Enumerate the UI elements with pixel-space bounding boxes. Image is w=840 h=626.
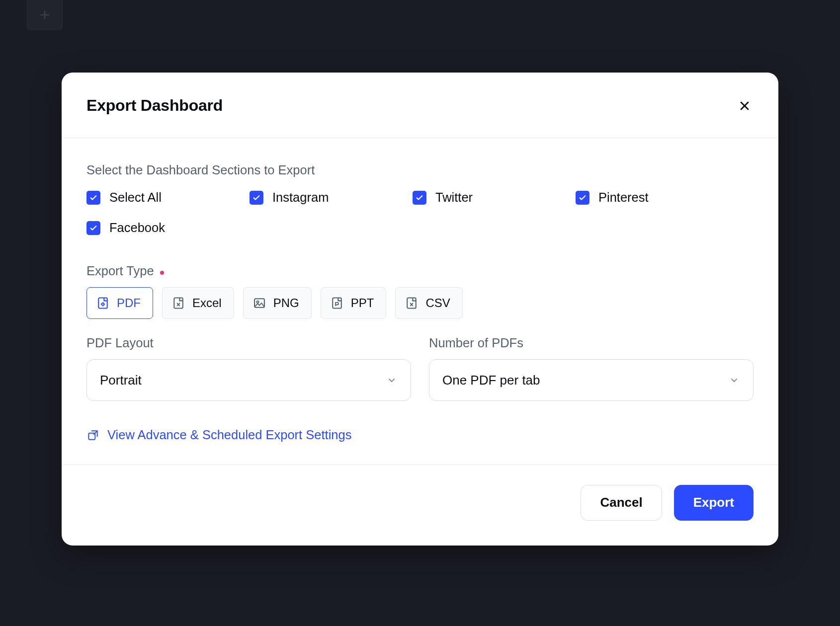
checkbox-box[interactable] (576, 191, 589, 205)
export-dashboard-modal: Export Dashboard Select the Dashboard Se… (62, 73, 778, 546)
chip-label: PDF (117, 296, 141, 310)
required-indicator-icon (160, 271, 164, 275)
check-icon (89, 193, 98, 202)
export-type-options: PDF Excel PNG (86, 287, 754, 319)
select-value: Portrait (100, 373, 142, 388)
export-button[interactable]: Export (674, 485, 754, 521)
svg-rect-2 (174, 298, 183, 309)
checkbox-box[interactable] (250, 191, 263, 205)
pdf-layout-select[interactable]: Portrait (86, 359, 411, 401)
file-csv-icon (405, 296, 419, 310)
add-tab-button[interactable] (27, 0, 63, 30)
advanced-link-text: View Advance & Scheduled Export Settings (107, 428, 351, 442)
checkbox-label: Pinterest (598, 190, 649, 205)
modal-title: Export Dashboard (86, 96, 223, 115)
export-type-ppt[interactable]: PPT (321, 287, 387, 319)
checkbox-box[interactable] (86, 191, 100, 205)
file-pdf-icon (96, 296, 110, 310)
modal-body: Select the Dashboard Sections to Export … (62, 138, 778, 465)
checkbox-pinterest[interactable]: Pinterest (576, 190, 754, 205)
checkbox-select-all[interactable]: Select All (86, 190, 250, 205)
checkbox-label: Select All (109, 190, 162, 205)
export-type-png[interactable]: PNG (243, 287, 312, 319)
export-type-section: Export Type PDF (86, 264, 754, 319)
num-pdfs-label: Number of PDFs (429, 336, 754, 350)
chip-label: PPT (351, 296, 374, 310)
layout-row: PDF Layout Portrait Number of PDFs One P… (86, 336, 754, 401)
checkbox-label: Facebook (109, 221, 165, 235)
checkbox-label: Twitter (435, 190, 473, 205)
check-icon (415, 193, 424, 202)
num-pdfs-select[interactable]: One PDF per tab (429, 359, 754, 401)
export-type-label: Export Type (86, 264, 154, 278)
sections-label: Select the Dashboard Sections to Export (86, 163, 754, 177)
checkbox-label: Instagram (272, 190, 329, 205)
chip-label: Excel (192, 296, 222, 310)
svg-point-4 (256, 301, 258, 303)
num-pdfs-column: Number of PDFs One PDF per tab (429, 336, 754, 401)
pdf-layout-column: PDF Layout Portrait (86, 336, 411, 401)
close-button[interactable] (736, 97, 754, 115)
select-value: One PDF per tab (442, 373, 540, 388)
checkbox-box[interactable] (86, 221, 100, 235)
advanced-settings-link[interactable]: View Advance & Scheduled Export Settings (86, 428, 351, 442)
export-type-csv[interactable]: CSV (395, 287, 462, 319)
chip-label: PNG (273, 296, 299, 310)
plus-icon (38, 8, 51, 21)
export-type-excel[interactable]: Excel (162, 287, 234, 319)
chevron-down-icon (386, 374, 398, 386)
image-icon (252, 296, 266, 310)
check-icon (89, 224, 98, 233)
pdf-layout-label: PDF Layout (86, 336, 411, 350)
file-ppt-icon (330, 296, 344, 310)
chevron-down-icon (728, 374, 740, 386)
svg-rect-5 (333, 298, 341, 309)
check-icon (252, 193, 261, 202)
chip-label: CSV (425, 296, 450, 310)
checkbox-box[interactable] (413, 191, 426, 205)
file-excel-icon (171, 296, 185, 310)
svg-point-1 (102, 303, 104, 306)
modal-header: Export Dashboard (62, 73, 778, 138)
external-settings-icon (86, 429, 99, 442)
checkbox-twitter[interactable]: Twitter (413, 190, 576, 205)
checkbox-facebook[interactable]: Facebook (86, 221, 250, 235)
svg-rect-6 (408, 298, 417, 309)
sections-checkbox-grid: Select All Instagram Twitter Pinterest (86, 190, 754, 235)
checkbox-instagram[interactable]: Instagram (250, 190, 413, 205)
modal-footer: Cancel Export (62, 465, 778, 546)
close-icon (738, 99, 752, 113)
cancel-button[interactable]: Cancel (581, 485, 662, 521)
svg-rect-3 (254, 299, 264, 308)
export-type-pdf[interactable]: PDF (86, 287, 153, 319)
check-icon (578, 193, 587, 202)
